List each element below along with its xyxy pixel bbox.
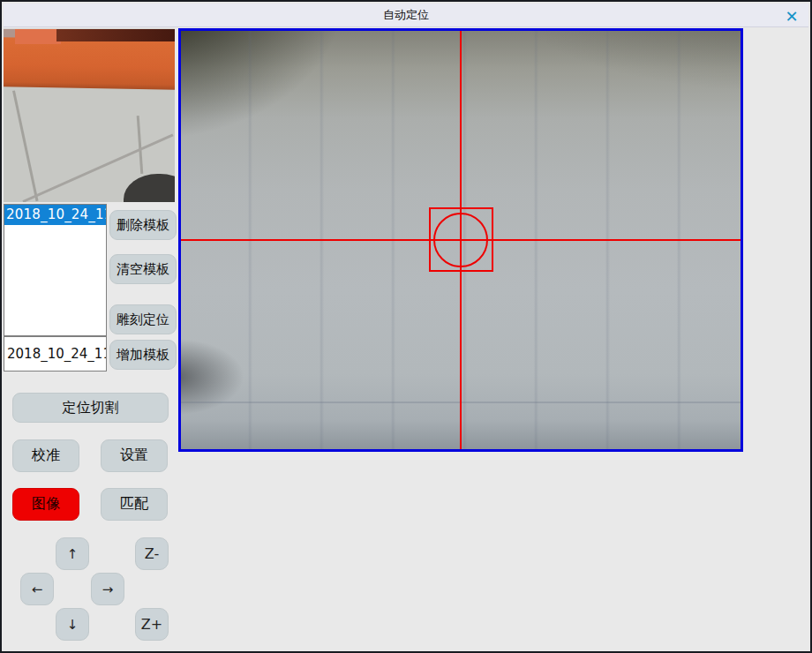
clear-templates-button[interactable]: 清空模板 bbox=[109, 254, 177, 284]
thumbnail-dark-streak-shape bbox=[56, 29, 175, 41]
thumbnail-orange-block-shape bbox=[15, 29, 61, 44]
target-circle-overlay bbox=[433, 213, 488, 267]
position-cut-button[interactable]: 定位切割 bbox=[12, 393, 169, 423]
calibrate-button[interactable]: 校准 bbox=[12, 439, 79, 472]
jog-z-minus-button[interactable]: Z- bbox=[135, 537, 169, 570]
template-preview-image bbox=[4, 28, 175, 202]
image-button[interactable]: 图像 bbox=[12, 488, 79, 521]
jog-z-plus-button[interactable]: Z+ bbox=[135, 608, 169, 641]
window-frame: 自动定位 ✕ 2018_10_24_11 删除模板 清空模板 雕刻定位 增加模板… bbox=[0, 0, 812, 653]
thumbnail-grout-line-shape bbox=[12, 90, 39, 201]
template-list-item-selected[interactable]: 2018_10_24_11 bbox=[4, 205, 106, 225]
match-button[interactable]: 匹配 bbox=[101, 488, 168, 521]
add-template-button[interactable]: 增加模板 bbox=[109, 340, 177, 370]
template-list[interactable]: 2018_10_24_11 bbox=[4, 204, 107, 336]
template-name-input[interactable] bbox=[4, 336, 107, 372]
close-icon[interactable]: ✕ bbox=[782, 6, 801, 26]
window-title: 自动定位 bbox=[383, 7, 429, 23]
thumbnail-dark-object-shape bbox=[124, 174, 175, 202]
jog-right-button[interactable]: → bbox=[91, 573, 124, 605]
delete-template-button[interactable]: 删除模板 bbox=[109, 210, 177, 240]
settings-button[interactable]: 设置 bbox=[101, 439, 168, 472]
title-bar: 自动定位 ✕ bbox=[4, 4, 808, 27]
camera-view[interactable] bbox=[178, 28, 743, 452]
jog-down-button[interactable]: ↓ bbox=[56, 608, 89, 641]
thumbnail-grout-line-shape bbox=[137, 116, 144, 174]
jog-left-button[interactable]: ← bbox=[20, 573, 54, 605]
thumbnail-orange-beam-shape bbox=[4, 37, 175, 90]
engrave-position-button[interactable]: 雕刻定位 bbox=[109, 304, 177, 334]
jog-up-button[interactable]: ↑ bbox=[56, 537, 89, 570]
